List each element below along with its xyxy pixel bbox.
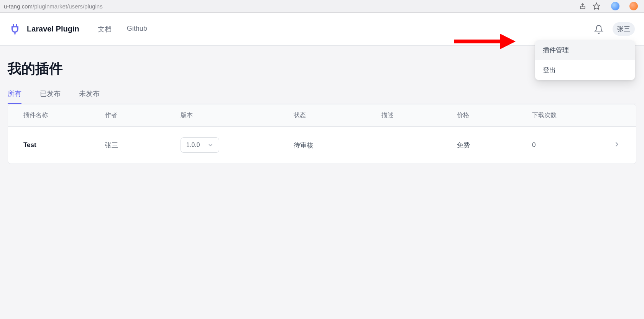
- share-icon[interactable]: [579, 2, 586, 10]
- chevron-right-icon[interactable]: [613, 140, 621, 148]
- cell-price: 免费: [448, 127, 523, 164]
- star-icon[interactable]: [593, 2, 600, 10]
- tab-all[interactable]: 所有: [8, 89, 21, 104]
- nav-links: 文档 Github: [98, 25, 147, 34]
- cell-version: 1.0.0: [171, 127, 284, 164]
- chevron-down-icon: [207, 142, 214, 148]
- svg-marker-1: [593, 3, 600, 10]
- th-description: 描述: [372, 104, 448, 127]
- th-action: [598, 104, 636, 127]
- cell-downloads: 0: [523, 127, 598, 164]
- table-header-row: 插件名称 作者 版本 状态 描述 价格 下载次数: [8, 104, 636, 127]
- th-name: 插件名称: [8, 104, 96, 127]
- user-dropdown: 插件管理 登出: [535, 40, 635, 80]
- url-host: u-tang.com: [4, 3, 33, 10]
- extension-icon[interactable]: [629, 2, 638, 10]
- th-downloads: 下载次数: [523, 104, 598, 127]
- site-header: Laravel Plugin 文档 Github 张三 插件管理 登出: [0, 13, 644, 46]
- url-display: u-tang.com/pluginmarket/users/plugins: [3, 3, 579, 10]
- bell-icon[interactable]: [594, 25, 603, 34]
- cell-description: [372, 127, 448, 164]
- cell-name: Test: [8, 127, 96, 164]
- tab-unpublished[interactable]: 未发布: [79, 89, 100, 104]
- dropdown-logout[interactable]: 登出: [535, 60, 635, 80]
- th-author: 作者: [96, 104, 171, 127]
- extension-icon[interactable]: [611, 2, 619, 10]
- th-status: 状态: [284, 104, 372, 127]
- url-path: /pluginmarket/users/plugins: [33, 3, 103, 10]
- browser-actions: [579, 2, 638, 10]
- cell-author: 张三: [96, 127, 171, 164]
- version-select[interactable]: 1.0.0: [181, 137, 220, 153]
- th-price: 价格: [448, 104, 523, 127]
- tabs: 所有 已发布 未发布: [8, 89, 636, 104]
- table-row[interactable]: Test 张三 1.0.0 待审核 免费 0: [8, 127, 636, 164]
- nav-github[interactable]: Github: [127, 25, 147, 34]
- dropdown-plugin-manage[interactable]: 插件管理: [535, 40, 635, 60]
- header-right: 张三: [594, 22, 635, 36]
- browser-address-bar: u-tang.com/pluginmarket/users/plugins: [0, 0, 644, 13]
- version-value: 1.0.0: [186, 142, 200, 149]
- user-menu-button[interactable]: 张三: [613, 22, 635, 36]
- cell-status: 待审核: [284, 127, 372, 164]
- brand-name: Laravel Plugin: [27, 25, 79, 33]
- th-version: 版本: [171, 104, 284, 127]
- logo-area[interactable]: Laravel Plugin: [9, 23, 79, 35]
- plug-icon: [9, 23, 21, 35]
- cell-action: [598, 127, 636, 164]
- nav-docs[interactable]: 文档: [98, 25, 112, 34]
- plugins-table: 插件名称 作者 版本 状态 描述 价格 下载次数 Test 张三 1.0.0: [8, 104, 636, 164]
- tab-published[interactable]: 已发布: [40, 89, 61, 104]
